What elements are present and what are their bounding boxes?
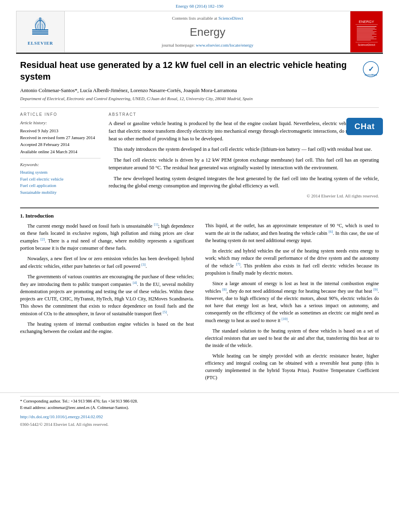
- abstract-para-1: A diesel or gasoline vehicle heating is …: [109, 120, 379, 142]
- abstract-header: ABSTRACT: [109, 112, 379, 117]
- abstract-copyright: © 2014 Elsevier Ltd. All rights reserved…: [109, 193, 379, 199]
- footnote-divider: [20, 396, 101, 396]
- article-title-row: Residual heat use generated by a 12 kW f…: [20, 60, 379, 82]
- journal-header-center: Contents lists available at ScienceDirec…: [65, 11, 350, 52]
- body-para-7: Since a large amount of energy is lost a…: [205, 280, 379, 324]
- body-right-col: This liquid, at the outlet, has an appro…: [205, 222, 379, 384]
- contents-text: Contents lists available at: [172, 16, 217, 21]
- svg-rect-18: [357, 37, 374, 38]
- ref-6[interactable]: [6]: [329, 230, 333, 234]
- elsevier-text: ELSEVIER: [28, 40, 53, 46]
- energy-badge-icon: ENERGY ScienceDirect: [354, 16, 380, 48]
- history-label: Article history:: [20, 120, 101, 126]
- body-rule: [20, 207, 379, 208]
- available-online-date: Available online 24 March 2014: [20, 149, 101, 155]
- svg-rect-2: [32, 33, 48, 35]
- svg-rect-11: [357, 29, 376, 30]
- body-para-2: Nowadays, a new fleet of low or zero emi…: [20, 255, 194, 270]
- footer-links: http://dx.doi.org/10.1016/j.energy.2014.…: [20, 412, 379, 428]
- body-left-col: The current energy model based on fossil…: [20, 222, 194, 384]
- abstract-para-3: The fuel cell electric vehicle is driven…: [109, 156, 379, 172]
- keyword-3: Fuel cell application: [20, 183, 101, 189]
- received-revised-date: Received in revised form 27 January 2014: [20, 135, 101, 141]
- svg-rect-14: [357, 33, 374, 33]
- ref-2[interactable]: [2]: [41, 237, 45, 241]
- svg-rect-19: [357, 39, 376, 39]
- footnote-corresponding: * Corresponding author. Tel.: +34 913 98…: [20, 398, 379, 405]
- svg-rect-16: [357, 35, 372, 36]
- svg-rect-1: [32, 31, 48, 33]
- accepted-date: Accepted 28 February 2014: [20, 142, 101, 148]
- svg-text:ScienceDirect: ScienceDirect: [358, 43, 375, 46]
- svg-rect-9: [357, 26, 376, 27]
- crossmark-icon: ✓ CrossMark: [363, 61, 379, 77]
- journal-badge-container: ENERGY ScienceDirect: [350, 11, 383, 52]
- info-abstract-row: ARTICLE INFO Article history: Received 9…: [20, 112, 379, 199]
- body-para-4: The heating system of internal combustio…: [20, 320, 194, 335]
- keyword-1: Heating system: [20, 169, 101, 175]
- section-1-title: 1. Introduction: [20, 212, 379, 220]
- affiliation: Department of Electrical, Electronic and…: [20, 96, 379, 102]
- chat-button[interactable]: CHat: [346, 118, 383, 135]
- body-para-1: The current energy model based on fossil…: [20, 222, 194, 252]
- svg-rect-10: [357, 28, 375, 29]
- ref-9[interactable]: [9]: [373, 288, 378, 292]
- svg-text:CrossMark: CrossMark: [364, 74, 377, 76]
- elsevier-logo: ELSEVIER: [28, 17, 53, 46]
- body-para-5: This liquid, at the outlet, has an appro…: [205, 222, 379, 244]
- abstract-text: A diesel or gasoline vehicle heating is …: [109, 120, 379, 190]
- article-title: Residual heat use generated by a 12 kW f…: [20, 60, 359, 82]
- footer: * Corresponding author. Tel.: +34 913 98…: [0, 392, 399, 431]
- journal-name: Energy: [190, 24, 226, 40]
- body-para-9: While heating can be simply provided wit…: [205, 352, 379, 381]
- elsevier-tree-icon: [28, 17, 52, 39]
- doi-link[interactable]: http://dx.doi.org/10.1016/j.energy.2014.…: [20, 414, 379, 420]
- journal-homepage: journal homepage: www.elsevier.com/locat…: [162, 42, 253, 48]
- body-section: 1. Introduction The current energy model…: [0, 212, 399, 384]
- keywords-label: Keywords:: [20, 162, 101, 168]
- body-para-6: In electric and hybrid vehicles the use …: [205, 247, 379, 277]
- page: Energy 68 (2014) 182–190 ELSEVIER: [0, 0, 399, 532]
- ref-8[interactable]: [8]: [222, 288, 227, 292]
- ref-10[interactable]: [10]: [282, 317, 288, 321]
- sciencedirect-line: Contents lists available at ScienceDirec…: [172, 15, 243, 21]
- ref-4[interactable]: [4]: [133, 281, 137, 285]
- homepage-link[interactable]: www.elsevier.com/locate/energy: [196, 43, 253, 47]
- abstract-para-2: This study introduces the system develop…: [109, 146, 379, 153]
- ref-1[interactable]: [1]: [154, 222, 158, 226]
- body-para-3: The governments of various countries are…: [20, 273, 194, 317]
- received-revised-text: Received in revised form 27 January 2014: [20, 135, 95, 140]
- ref-5[interactable]: [5]: [163, 310, 167, 314]
- journal-header: ELSEVIER Contents lists available at Sci…: [16, 11, 383, 53]
- svg-rect-17: [357, 36, 376, 37]
- body-para-8: The standard solution to the heating sys…: [205, 327, 379, 349]
- section-1-name: Introduction: [25, 213, 54, 219]
- footnote-email: E-mail address: acolmenar@ieec.uned.es (…: [20, 405, 379, 411]
- ref-7[interactable]: [7]: [236, 262, 241, 266]
- abstract-para-4: The new developed heating system designe…: [109, 175, 379, 190]
- citation-bar: Energy 68 (2014) 182–190: [0, 0, 399, 11]
- svg-rect-12: [357, 30, 373, 31]
- section-rule: [20, 107, 379, 108]
- received-date: Received 9 July 2013: [20, 128, 101, 134]
- elsevier-logo-container: ELSEVIER: [16, 11, 65, 52]
- svg-rect-5: [39, 17, 41, 21]
- svg-text:✓: ✓: [368, 65, 374, 73]
- info-divider: [20, 158, 101, 158]
- svg-rect-15: [357, 34, 376, 35]
- authors-text: Antonio Colmenar-Santos*, Lucía Alberdi-…: [20, 87, 237, 93]
- authors: Antonio Colmenar-Santos*, Lucía Alberdi-…: [20, 87, 379, 94]
- article-main: Residual heat use generated by a 12 kW f…: [0, 54, 399, 207]
- section-1-num: 1.: [20, 213, 25, 219]
- body-two-col: The current energy model based on fossil…: [20, 222, 379, 384]
- svg-rect-20: [357, 40, 371, 41]
- footer-copyright: 0360-5442/© 2014 Elsevier Ltd. All right…: [20, 422, 109, 427]
- keyword-2: Fuel cell electric vehicle: [20, 176, 101, 182]
- citation-text: Energy 68 (2014) 182–190: [176, 4, 224, 8]
- keyword-4: Sustainable mobility: [20, 189, 101, 195]
- abstract-col: ABSTRACT A diesel or gasoline vehicle he…: [109, 112, 379, 199]
- sciencedirect-link[interactable]: ScienceDirect: [218, 16, 243, 21]
- article-info-col: ARTICLE INFO Article history: Received 9…: [20, 112, 101, 199]
- ref-3[interactable]: [3]: [142, 263, 146, 267]
- svg-text:ENERGY: ENERGY: [358, 20, 374, 24]
